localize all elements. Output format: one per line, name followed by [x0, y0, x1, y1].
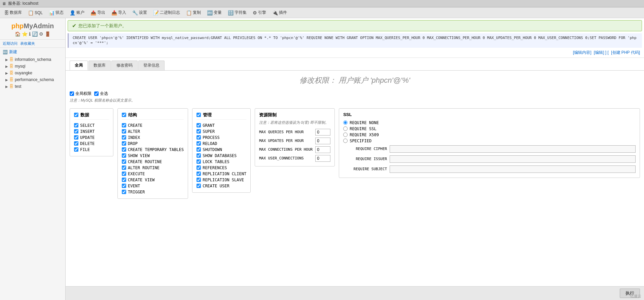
- reload-icon[interactable]: 🔄: [32, 31, 38, 37]
- top-bar-icon: 🖥: [2, 1, 6, 6]
- menu-import[interactable]: 📥 导入: [109, 9, 129, 16]
- menu-engines[interactable]: ⚙ 引擎: [250, 9, 269, 16]
- priv-delete-checkbox[interactable]: [74, 141, 78, 146]
- charset-icon: 🔡: [228, 10, 234, 15]
- priv-create-user: CREATE USER: [196, 183, 246, 189]
- info-icon[interactable]: ℹ: [29, 31, 31, 37]
- priv-super-checkbox[interactable]: [196, 129, 201, 134]
- config-icon[interactable]: ⚙: [39, 31, 43, 37]
- priv-create-checkbox[interactable]: [122, 123, 126, 127]
- priv-create-view-checkbox[interactable]: [122, 178, 126, 182]
- priv-alter-routine-checkbox[interactable]: [122, 165, 126, 170]
- tab-database[interactable]: 数据库: [88, 61, 111, 70]
- priv-show-db-checkbox[interactable]: [196, 153, 201, 158]
- expand-icon: ▶: [5, 65, 8, 68]
- max-updates-input[interactable]: [315, 138, 330, 144]
- menu-charset[interactable]: 🔡 字符集: [225, 9, 249, 16]
- max-user-connections-input[interactable]: [315, 155, 330, 162]
- admin-panel: 管理 GRANT SUPER PROCESS RELOAD: [192, 108, 251, 193]
- priv-create-temp-checkbox[interactable]: [122, 147, 126, 152]
- priv-show-view: SHOW VIEW: [122, 153, 184, 159]
- data-panel-checkbox[interactable]: [74, 113, 78, 117]
- tab-change-password[interactable]: 修改密码: [111, 61, 138, 70]
- exit-icon[interactable]: 🚪: [45, 31, 50, 37]
- menu-sql[interactable]: 📋 SQL: [25, 9, 45, 16]
- admin-panel-checkbox[interactable]: [196, 113, 201, 117]
- new-database-button[interactable]: 🆕 新建: [0, 48, 65, 56]
- sidebar-item-information_schema[interactable]: ▶ 🗄 information_schema: [0, 56, 65, 63]
- priv-create-routine-checkbox[interactable]: [122, 159, 126, 164]
- priv-create-view: CREATE VIEW: [122, 177, 184, 183]
- star-icon[interactable]: ⭐: [22, 31, 28, 37]
- db-icon: 🗄: [9, 71, 13, 75]
- select-all-checkbox[interactable]: [94, 91, 99, 96]
- logo-text: phpMyAdmin: [11, 22, 54, 30]
- priv-event-checkbox[interactable]: [122, 184, 126, 188]
- sidebar-item-mysql[interactable]: ▶ 🗄 mysql: [0, 63, 65, 70]
- priv-execute-checkbox[interactable]: [122, 172, 126, 176]
- priv-delete: DELETE: [74, 141, 109, 147]
- menu-settings[interactable]: 🔧 设置: [130, 9, 150, 16]
- priv-replication-slave-checkbox[interactable]: [196, 178, 201, 182]
- ssl-require-none-radio[interactable]: [343, 120, 348, 125]
- sql-code-block: CREATE USER 'phpcn'@'%' IDENTIFIED WITH …: [68, 33, 642, 48]
- recent-link[interactable]: 近期访问: [3, 41, 17, 46]
- global-privs-checkbox[interactable]: [70, 91, 74, 96]
- priv-insert-checkbox[interactable]: [74, 129, 78, 134]
- priv-lock-tables-checkbox[interactable]: [196, 159, 201, 164]
- priv-trigger-checkbox[interactable]: [122, 190, 126, 194]
- sidebar-item-test[interactable]: ▶ 🗄 test: [0, 83, 65, 90]
- select-all-label[interactable]: 全选: [94, 91, 108, 97]
- ssl-cipher-input[interactable]: [390, 145, 636, 153]
- tab-login-info[interactable]: 登录信息: [138, 61, 165, 70]
- sidebar-item-performance_schema[interactable]: ▶ 🗄 performance_schema: [0, 76, 65, 83]
- structure-panel-checkbox[interactable]: [122, 113, 126, 117]
- structure-panel: 结构 CREATE ALTER INDEX DROP: [117, 108, 188, 199]
- priv-update: UPDATE: [74, 135, 109, 141]
- ssl-require-x509-radio[interactable]: [343, 133, 348, 137]
- menu-plugins[interactable]: 🔌 插件: [270, 9, 290, 16]
- priv-grant: GRANT: [196, 122, 246, 128]
- ssl-issuer-input[interactable]: [390, 155, 636, 163]
- menu-variables[interactable]: 🔤 变量: [204, 9, 224, 16]
- priv-alter-routine: ALTER ROUTINE: [122, 165, 184, 171]
- priv-reload-checkbox[interactable]: [196, 141, 201, 146]
- max-queries-input[interactable]: [315, 129, 330, 136]
- priv-show-view-checkbox[interactable]: [122, 153, 126, 158]
- priv-alter-checkbox[interactable]: [122, 129, 126, 134]
- priv-create-user-checkbox[interactable]: [196, 184, 201, 188]
- ssl-panel: SSL REQUIRE NONE REQUIRE SSL REQUIRE X50…: [339, 108, 640, 178]
- menu-status[interactable]: 📊 状态: [46, 9, 66, 16]
- priv-shutdown-checkbox[interactable]: [196, 147, 201, 152]
- menu-accounts[interactable]: 👤 账户: [67, 9, 87, 16]
- priv-select-checkbox[interactable]: [74, 123, 78, 127]
- db-icon: 🗄: [9, 77, 13, 82]
- priv-drop-checkbox[interactable]: [122, 141, 126, 146]
- priv-update-checkbox[interactable]: [74, 135, 78, 140]
- priv-index-checkbox[interactable]: [122, 135, 126, 140]
- top-bar: 🖥 服务器: localhost: [0, 0, 644, 7]
- ssl-require-ssl-radio[interactable]: [343, 126, 348, 131]
- edit-inline-link[interactable]: [编辑内容]: [573, 50, 592, 55]
- favorites-link[interactable]: 表收藏夹: [20, 41, 35, 46]
- tab-global[interactable]: 全局: [70, 61, 88, 70]
- priv-file-checkbox[interactable]: [74, 147, 78, 152]
- sidebar-item-ouyangke[interactable]: ▶ 🗄 ouyangke: [0, 70, 65, 76]
- ssl-specified-radio[interactable]: [343, 139, 348, 143]
- menu-binlog[interactable]: 📝 二进制日志: [150, 9, 183, 16]
- priv-process-checkbox[interactable]: [196, 135, 201, 140]
- menu-replication[interactable]: 📋 复制: [183, 9, 204, 16]
- menu-export[interactable]: 📤 导出: [88, 9, 108, 16]
- priv-references-checkbox[interactable]: [196, 165, 201, 170]
- max-connections-input[interactable]: [315, 146, 330, 153]
- menu-database[interactable]: 🗄 数据库: [1, 9, 25, 16]
- priv-replication-client-checkbox[interactable]: [196, 172, 201, 176]
- priv-grant-checkbox[interactable]: [196, 123, 201, 127]
- home-icon[interactable]: 🏠: [15, 31, 21, 37]
- ssl-subject-input[interactable]: [390, 165, 636, 173]
- edit-link[interactable]: [编辑]: [594, 50, 604, 55]
- tabs: 全局 数据库 修改密码 登录信息: [66, 58, 644, 71]
- global-privs-label[interactable]: 全局权限: [70, 91, 92, 97]
- create-php-link[interactable]: [创建 PHP 代码]: [611, 50, 640, 55]
- top-bar-title: 服务器: localhost: [8, 1, 38, 6]
